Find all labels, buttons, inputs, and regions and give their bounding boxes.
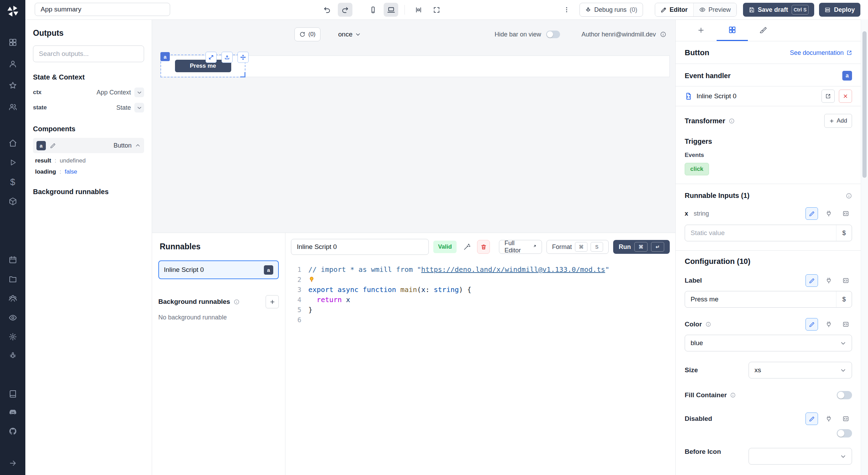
desktop-view-button[interactable]	[384, 3, 398, 17]
add-transformer-button[interactable]: Add	[824, 114, 852, 128]
author-info-icon[interactable]	[660, 31, 666, 38]
static-mode-pencil-icon[interactable]	[806, 207, 818, 220]
resize-handle[interactable]	[240, 72, 245, 77]
tab-component-settings[interactable]	[717, 19, 748, 41]
fill-container-info-icon[interactable]	[730, 392, 736, 398]
users-icon[interactable]	[0, 99, 25, 115]
ctx-expand-chevron-icon[interactable]	[134, 88, 144, 97]
folders-icon[interactable]	[0, 272, 25, 287]
move-component-icon[interactable]	[237, 52, 249, 63]
format-button[interactable]: Format ⌘ S	[546, 240, 609, 254]
more-options-button[interactable]	[561, 3, 573, 17]
loading-prop-row[interactable]: loading : false	[33, 168, 144, 175]
ctx-row[interactable]: ctx App Context	[33, 85, 144, 100]
disabled-static-pencil-icon[interactable]	[806, 412, 818, 425]
delete-script-button[interactable]	[477, 240, 490, 254]
variables-dollar-icon[interactable]: $	[0, 174, 25, 190]
script-name-input[interactable]	[291, 239, 429, 255]
static-value-input[interactable]	[685, 225, 836, 241]
inspector-scrollbar[interactable]	[861, 19, 868, 475]
background-runnables-info-icon[interactable]	[234, 299, 240, 305]
selected-component[interactable]: a Press me	[160, 55, 245, 77]
groups-icon[interactable]	[0, 291, 25, 306]
app-summary-input[interactable]	[35, 3, 170, 16]
user-icon[interactable]	[0, 56, 25, 72]
favorites-star-icon[interactable]	[0, 78, 25, 93]
runs-play-icon[interactable]	[0, 155, 25, 170]
disabled-eval-code-icon[interactable]	[840, 412, 852, 425]
lightbulb-icon[interactable]	[308, 276, 315, 283]
schedule-mode-select[interactable]: once	[335, 27, 364, 41]
tab-insert-component[interactable]	[685, 19, 717, 41]
run-key-modifier: ⌘	[634, 242, 648, 252]
mobile-view-button[interactable]	[366, 3, 380, 17]
undo-button[interactable]	[320, 3, 334, 17]
url-token[interactable]: https://deno.land/x/windmill@v1.133.0/mo…	[421, 265, 605, 274]
see-documentation-link[interactable]: See documentation	[790, 49, 852, 57]
workers-bug-icon[interactable]	[0, 348, 25, 363]
center-align-button[interactable]	[411, 3, 426, 17]
component-row-a[interactable]: a Button	[33, 138, 144, 153]
collapse-chevron-up-icon[interactable]	[135, 143, 141, 148]
redo-button[interactable]	[338, 3, 352, 17]
before-icon-select[interactable]	[749, 448, 852, 465]
run-button[interactable]: Run ⌘ ↵	[613, 240, 670, 254]
apps-icon[interactable]	[0, 35, 25, 50]
preview-tab[interactable]: Preview	[693, 3, 736, 16]
state-expand-chevron-icon[interactable]	[134, 103, 144, 112]
label-eval-code-icon[interactable]	[840, 274, 852, 287]
debug-runs-button[interactable]: Debug runs (0)	[579, 3, 643, 17]
github-icon[interactable]	[0, 424, 25, 439]
disabled-connect-plug-icon[interactable]	[823, 412, 835, 425]
anchor-component-icon[interactable]	[222, 52, 233, 63]
label-connect-plug-icon[interactable]	[823, 274, 835, 287]
open-script-external-icon[interactable]	[821, 90, 835, 103]
color-select[interactable]: blue	[685, 335, 852, 351]
connect-mode-plug-icon[interactable]	[823, 207, 835, 220]
editor-tab[interactable]: Editor	[655, 3, 693, 16]
scrollbar-thumb[interactable]	[862, 31, 867, 178]
remove-script-icon[interactable]	[839, 90, 852, 103]
refresh-button[interactable]: (0)	[294, 27, 320, 41]
schedules-calendar-icon[interactable]	[0, 252, 25, 267]
result-prop-row[interactable]: result : undefined	[33, 157, 144, 164]
docs-book-icon[interactable]	[0, 386, 25, 401]
label-static-pencil-icon[interactable]	[806, 274, 818, 287]
home-icon[interactable]	[0, 135, 25, 151]
runnable-inputs-info-icon[interactable]	[846, 193, 852, 199]
full-editor-button[interactable]: Full Editor	[499, 240, 542, 254]
fill-container-toggle[interactable]	[837, 391, 852, 399]
label-dollar-icon[interactable]: $	[836, 291, 852, 307]
search-outputs-input[interactable]	[33, 45, 144, 62]
code-editor[interactable]: 1 // import * as wmill from "https://den…	[285, 261, 675, 325]
audit-eye-icon[interactable]	[0, 310, 25, 325]
settings-gear-icon[interactable]	[0, 329, 25, 344]
ai-wand-icon[interactable]	[461, 240, 473, 253]
windmill-logo[interactable]	[0, 3, 25, 19]
collapse-arrow-icon[interactable]	[0, 456, 25, 471]
resources-cube-icon[interactable]	[0, 194, 25, 209]
state-row[interactable]: state State	[33, 100, 144, 115]
color-connect-plug-icon[interactable]	[823, 318, 835, 331]
label-value-input[interactable]	[685, 291, 836, 307]
color-info-icon[interactable]	[706, 322, 711, 327]
size-select[interactable]: xs	[749, 362, 852, 378]
runnable-item-inline-script-0[interactable]: Inline Script 0 a	[158, 260, 279, 279]
color-static-pencil-icon[interactable]	[806, 318, 818, 331]
fullscreen-button[interactable]	[429, 3, 444, 17]
template-dollar-icon[interactable]: $	[836, 225, 852, 241]
expand-component-icon[interactable]	[206, 52, 217, 63]
transformer-info-icon[interactable]	[729, 118, 735, 124]
disabled-toggle[interactable]	[837, 429, 852, 438]
discord-icon[interactable]	[0, 405, 25, 420]
inline-script-row[interactable]: Inline Script 0	[676, 86, 861, 106]
add-background-runnable-button[interactable]	[266, 295, 279, 308]
tab-styling[interactable]	[748, 19, 779, 41]
hide-bar-toggle[interactable]	[546, 31, 560, 38]
app-canvas[interactable]: (0) once Hide bar on view Author henri@w…	[152, 19, 675, 233]
color-eval-code-icon[interactable]	[840, 318, 852, 331]
rename-pencil-icon[interactable]	[50, 143, 56, 149]
save-draft-button[interactable]: Save draft Ctrl S	[743, 3, 814, 17]
eval-mode-code-icon[interactable]	[840, 207, 852, 220]
deploy-button[interactable]: Deploy	[819, 3, 860, 17]
